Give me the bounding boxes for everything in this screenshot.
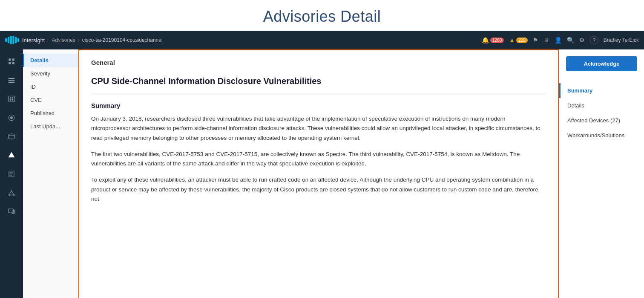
alert-count: 1260 bbox=[490, 38, 504, 43]
page-title-text: Advisories Detail bbox=[263, 8, 381, 25]
sidebar-item-severity[interactable]: Severity bbox=[23, 67, 78, 80]
svg-point-27 bbox=[11, 190, 12, 191]
right-nav-item-details[interactable]: Details bbox=[559, 98, 644, 113]
user-name[interactable]: Bradley TerEick bbox=[604, 37, 639, 43]
svg-line-31 bbox=[12, 191, 14, 194]
breadcrumb-sep-1: › bbox=[78, 37, 80, 43]
sidebar-icon-reports[interactable] bbox=[4, 166, 19, 182]
alert-icon: 🔔 bbox=[482, 37, 489, 43]
right-nav: Acknowledge Summary Details Affected Dev… bbox=[559, 49, 644, 298]
sidebar-item-details[interactable]: Details bbox=[23, 54, 78, 67]
breadcrumb-current: cisco-sa-20190104-cpusidechannel bbox=[82, 37, 163, 43]
alert-notification[interactable]: 🔔 1260 bbox=[482, 37, 504, 43]
svg-rect-9 bbox=[12, 62, 14, 64]
svg-rect-0 bbox=[5, 38, 7, 42]
sidebar-icon-fabric[interactable] bbox=[4, 91, 19, 107]
sidebar-icon-compute[interactable] bbox=[4, 72, 19, 88]
svg-rect-14 bbox=[10, 97, 11, 98]
svg-rect-2 bbox=[10, 36, 12, 44]
svg-rect-22 bbox=[11, 156, 12, 157]
search-icon[interactable]: 🔍 bbox=[567, 37, 574, 43]
settings-icon[interactable]: ⚙ bbox=[579, 37, 585, 43]
svg-line-30 bbox=[9, 191, 12, 194]
sidebar-icon-storage[interactable] bbox=[4, 129, 19, 144]
breadcrumb: Advisories › cisco-sa-20190104-cpusidech… bbox=[52, 37, 478, 43]
right-nav-item-affected-devices[interactable]: Affected Devices (27) bbox=[559, 113, 644, 128]
warning-icon: ▲ bbox=[509, 37, 515, 43]
flag-icon[interactable]: ⚑ bbox=[533, 37, 538, 43]
svg-rect-1 bbox=[8, 37, 9, 43]
svg-rect-33 bbox=[9, 209, 14, 213]
svg-rect-6 bbox=[9, 58, 11, 61]
svg-rect-13 bbox=[9, 96, 14, 102]
sidebar-icon-dashboard[interactable] bbox=[4, 54, 19, 69]
acknowledge-button[interactable]: Acknowledge bbox=[566, 56, 637, 71]
person-icon[interactable]: 👤 bbox=[555, 37, 562, 43]
svg-point-18 bbox=[10, 116, 13, 119]
help-button[interactable]: ? bbox=[590, 36, 598, 44]
svg-rect-5 bbox=[17, 38, 19, 42]
sidebar-item-id[interactable]: ID bbox=[23, 80, 78, 93]
right-nav-header: Acknowledge bbox=[559, 56, 644, 76]
top-nav-right: 🔔 1260 ▲ 219 ⚑ 🖥 👤 🔍 ⚙ ? Bradley TerEick bbox=[482, 36, 639, 44]
svg-rect-16 bbox=[10, 99, 11, 101]
right-nav-item-summary[interactable]: Summary bbox=[559, 83, 644, 98]
top-nav: Intersight Advisories › cisco-sa-2019010… bbox=[0, 31, 644, 49]
svg-rect-4 bbox=[15, 37, 17, 43]
summary-heading: Summary bbox=[91, 102, 546, 109]
sidebar-icon-nodes[interactable] bbox=[4, 185, 19, 200]
svg-rect-11 bbox=[9, 80, 15, 81]
right-nav-items: Summary Details Affected Devices (27) Wo… bbox=[559, 83, 644, 143]
svg-rect-7 bbox=[12, 58, 14, 61]
monitor-icon[interactable]: 🖥 bbox=[543, 37, 549, 43]
svg-rect-17 bbox=[12, 99, 13, 101]
section-header: General bbox=[91, 59, 546, 69]
sidebar-icon-devices[interactable] bbox=[4, 204, 19, 219]
main-layout: Details Severity ID CVE Published Last U… bbox=[0, 49, 644, 298]
sidebar-item-last-updated[interactable]: Last Upda... bbox=[23, 120, 78, 133]
sidebar-icon-advisories[interactable] bbox=[4, 148, 19, 163]
warning-count: 219 bbox=[516, 38, 528, 43]
sidebar-icon-workloads[interactable] bbox=[4, 110, 19, 125]
detail-sidebar: Details Severity ID CVE Published Last U… bbox=[23, 49, 78, 298]
summary-paragraph-1: On January 3, 2018, researchers disclose… bbox=[91, 114, 546, 143]
svg-rect-3 bbox=[12, 36, 14, 44]
icon-sidebar bbox=[0, 49, 23, 298]
svg-rect-15 bbox=[12, 97, 13, 98]
svg-rect-12 bbox=[9, 82, 15, 83]
right-nav-item-workarounds[interactable]: Workarounds/Solutions bbox=[559, 128, 644, 143]
cisco-logo: Intersight bbox=[5, 36, 45, 44]
summary-paragraph-3: To exploit any of these vulnerabilities,… bbox=[91, 175, 546, 204]
app-name: Intersight bbox=[22, 37, 45, 43]
breadcrumb-advisories[interactable]: Advisories bbox=[52, 37, 75, 43]
svg-point-20 bbox=[9, 134, 14, 136]
advisory-title: CPU Side-Channel Information Disclosure … bbox=[91, 76, 546, 93]
svg-rect-8 bbox=[9, 62, 11, 64]
svg-rect-10 bbox=[9, 78, 15, 79]
page-title: Advisories Detail bbox=[0, 0, 644, 31]
sidebar-item-published[interactable]: Published bbox=[23, 107, 78, 120]
summary-paragraph-2: The first two vulnerabilities, CVE-2017-… bbox=[91, 150, 546, 169]
svg-rect-21 bbox=[11, 154, 12, 156]
content-area: General CPU Side-Channel Information Dis… bbox=[78, 49, 559, 298]
sidebar-item-cve[interactable]: CVE bbox=[23, 93, 78, 107]
warning-notification[interactable]: ▲ 219 bbox=[509, 37, 528, 43]
